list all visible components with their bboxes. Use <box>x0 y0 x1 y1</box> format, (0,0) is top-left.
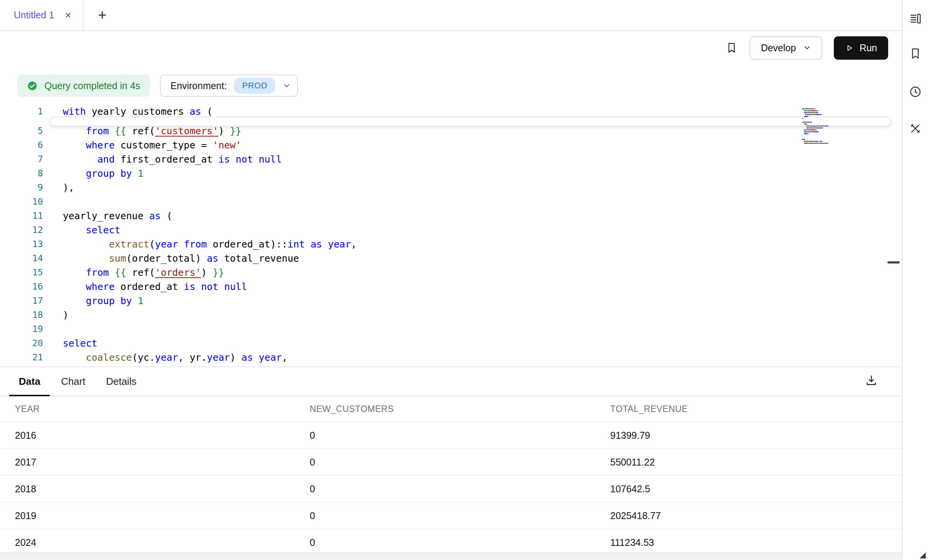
table-cell: 2018 <box>15 483 310 495</box>
code-line[interactable]: 16 where ordered_at is not null <box>0 280 902 294</box>
table-row[interactable]: 20170550011.22 <box>0 449 902 476</box>
results-tabs: Data Chart Details <box>0 367 902 396</box>
code-line[interactable]: 13 extract(year from ordered_at)::int as… <box>0 237 902 251</box>
resize-corner[interactable] <box>920 552 926 558</box>
line-number: 21 <box>0 350 43 365</box>
check-circle-icon <box>27 80 38 91</box>
new-tab-button[interactable]: + <box>98 7 106 23</box>
toolbar: Develop Run <box>0 31 902 65</box>
minimap[interactable] <box>802 108 848 145</box>
table-row[interactable]: 201902025418.77 <box>0 503 902 529</box>
code-line[interactable]: 10 <box>0 195 902 209</box>
table-cell: 0 <box>310 430 610 441</box>
table-body: 2016091399.7920170550011.2220180107642.5… <box>0 422 902 556</box>
line-number: 6 <box>0 138 43 152</box>
code-line[interactable]: 6 where customer_type = 'new' <box>0 138 902 152</box>
column-header-year[interactable]: YEAR <box>15 404 310 414</box>
table-cell: 0 <box>310 537 610 548</box>
tab-untitled-1[interactable]: Untitled 1 × <box>0 0 83 30</box>
editor-tab-bar: Untitled 1 × + <box>0 0 902 31</box>
bookmark-icon[interactable] <box>725 41 738 54</box>
table-header: YEAR NEW_CUSTOMERS TOTAL_REVENUE <box>0 396 902 422</box>
code-line[interactable]: 17 group by 1 <box>0 294 902 308</box>
table-cell: 2025418.77 <box>610 510 902 521</box>
line-number: 14 <box>0 251 43 265</box>
environment-selector[interactable]: Environment: PROD <box>160 75 298 97</box>
query-status-badge: Query completed in 4s <box>17 75 150 97</box>
line-number: 15 <box>0 265 43 280</box>
table-cell: 0 <box>310 510 610 521</box>
table-row[interactable]: 20180107642.5 <box>0 476 902 503</box>
line-number: 16 <box>0 280 43 294</box>
column-header-new-customers[interactable]: NEW_CUSTOMERS <box>310 404 610 414</box>
query-status-text: Query completed in 4s <box>44 80 140 91</box>
code-line[interactable]: 21 coalesce(yc.year, yr.year) as year, <box>0 350 902 365</box>
line-number: 13 <box>0 237 43 251</box>
play-icon <box>845 44 854 52</box>
table-cell: 2019 <box>15 510 310 521</box>
main-area: Untitled 1 × + Develop Run Query complet… <box>0 0 902 560</box>
run-button[interactable]: Run <box>834 36 888 60</box>
code-line[interactable]: 9), <box>0 181 902 195</box>
code-line[interactable]: 20select <box>0 336 902 350</box>
line-number: 9 <box>0 181 43 195</box>
crossed-tools-icon[interactable] <box>908 122 922 137</box>
code-editor[interactable]: 1with yearly_customers as ( 5 from {{ re… <box>0 104 902 368</box>
results-horizontal-scrollbar[interactable] <box>0 552 902 560</box>
tab-details-label: Details <box>106 376 136 387</box>
code-line[interactable]: 12 select <box>0 223 902 237</box>
tab-details[interactable]: Details <box>96 367 147 396</box>
line-number: 8 <box>0 166 43 181</box>
table-cell: 0 <box>310 457 610 468</box>
table-cell: 0 <box>310 483 610 495</box>
line-number: 11 <box>0 209 43 223</box>
table-row[interactable]: 2016091399.79 <box>0 422 902 449</box>
run-label: Run <box>859 42 877 54</box>
develop-dropdown[interactable]: Develop <box>750 36 822 60</box>
outline-panel-icon[interactable] <box>908 11 922 27</box>
status-row: Query completed in 4s Environment: PROD <box>0 75 902 97</box>
code-line[interactable]: 11yearly_revenue as ( <box>0 209 902 223</box>
table-cell: 91399.79 <box>610 430 902 441</box>
code-line[interactable]: 19 <box>0 322 902 336</box>
code-lines: 5 from {{ ref('customers') }}6 where cus… <box>0 124 902 368</box>
column-header-total-revenue[interactable]: TOTAL_REVENUE <box>610 404 902 414</box>
table-cell: 2016 <box>15 430 310 441</box>
line-number: 1 <box>0 104 43 119</box>
bookmark-icon[interactable] <box>908 47 922 62</box>
line-number: 19 <box>0 322 43 336</box>
table-cell: 2017 <box>15 457 310 468</box>
scrollbar-thumb[interactable] <box>887 261 900 264</box>
chevron-down-icon <box>283 81 291 90</box>
code-line[interactable]: 18) <box>0 308 902 322</box>
table-cell: 2024 <box>15 537 310 548</box>
right-icon-rail <box>902 0 928 560</box>
horizontal-scrollbar[interactable] <box>50 117 891 126</box>
code-line[interactable]: 15 from {{ ref('orders') }} <box>0 265 902 280</box>
table-cell: 111234.53 <box>610 537 902 548</box>
chevron-down-icon <box>803 44 811 52</box>
tab-label: Untitled 1 <box>14 10 54 21</box>
close-icon[interactable]: × <box>65 10 71 21</box>
table-cell: 107642.5 <box>610 483 902 495</box>
code-line[interactable]: 14 sum(order_total) as total_revenue <box>0 251 902 265</box>
tab-chart-label: Chart <box>61 376 85 387</box>
download-icon[interactable] <box>864 374 878 389</box>
tab-data[interactable]: Data <box>8 367 51 396</box>
tab-chart[interactable]: Chart <box>51 367 96 396</box>
environment-label: Environment: <box>170 80 227 91</box>
line-number: 17 <box>0 294 43 308</box>
line-number: 7 <box>0 152 43 166</box>
line-number: 10 <box>0 195 43 209</box>
line-number: 5 <box>0 124 43 138</box>
results-panel: Data Chart Details YEAR NEW_CUSTOMERS TO… <box>0 366 902 560</box>
code-line[interactable]: 8 group by 1 <box>0 166 902 181</box>
history-icon[interactable] <box>908 85 922 100</box>
table-cell: 550011.22 <box>610 457 902 468</box>
line-number: 12 <box>0 223 43 237</box>
code-line[interactable]: 7 and first_ordered_at is not null <box>0 152 902 166</box>
develop-label: Develop <box>761 42 796 54</box>
line-number: 20 <box>0 336 43 350</box>
tab-data-label: Data <box>19 376 40 387</box>
environment-badge: PROD <box>234 78 275 94</box>
